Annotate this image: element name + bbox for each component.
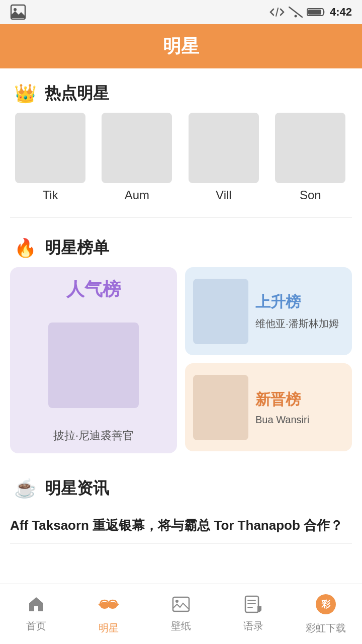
- home-icon: [27, 595, 45, 616]
- star-name-aum: Aum: [125, 188, 149, 202]
- star-avatar-tik: [15, 113, 85, 183]
- svg-line-9: [117, 604, 118, 605]
- app-header: 明星: [0, 24, 362, 68]
- popular-rank-card[interactable]: 人气榜 披拉·尼迪裘善官: [10, 267, 177, 453]
- nav-label-caihong: 彩虹下载: [306, 621, 346, 635]
- nav-item-wallpaper[interactable]: 壁纸: [145, 595, 217, 633]
- news-title-0: Aff Taksaorn 重返银幕，将与霸总 Tor Thanapob 合作？: [10, 518, 343, 533]
- coffee-icon: ☕: [14, 478, 37, 499]
- star-name-vill: Vill: [216, 188, 232, 202]
- hot-stars-title: 热点明星: [45, 83, 109, 105]
- page-title: 明星: [163, 34, 199, 59]
- rising-rank-info: 上升榜 维他亚·潘斯林加姆: [255, 292, 339, 331]
- quote-icon: [244, 595, 262, 616]
- nav-label-quote: 语录: [243, 619, 263, 633]
- star-item-aum[interactable]: Aum: [97, 113, 177, 202]
- status-time: 4:42: [330, 6, 352, 19]
- svg-line-2: [276, 8, 278, 16]
- star-name-tik: Tik: [42, 188, 58, 202]
- nav-item-quote[interactable]: 语录: [217, 595, 290, 633]
- star-nav-icon: [98, 593, 120, 618]
- new-rank-person: Bua Wansiri: [255, 414, 309, 426]
- caihong-icon: 彩: [315, 593, 337, 618]
- rank-card-large[interactable]: 人气榜 披拉·尼迪裘善官: [10, 267, 177, 453]
- star-item-son[interactable]: Son: [270, 113, 350, 202]
- svg-rect-5: [308, 10, 321, 15]
- wallpaper-icon: [172, 595, 190, 616]
- wifi-off-icon: [289, 7, 303, 18]
- svg-point-12: [175, 600, 178, 603]
- svg-rect-11: [173, 597, 189, 611]
- svg-text:彩: 彩: [321, 599, 331, 609]
- image-icon: [10, 4, 26, 20]
- nav-label-wallpaper: 壁纸: [171, 619, 191, 633]
- nav-label-home: 首页: [26, 619, 46, 633]
- new-rank-info: 新晋榜 Bua Wansiri: [255, 389, 309, 426]
- rising-rank-person: 维他亚·潘斯林加姆: [255, 316, 339, 331]
- hot-stars-section-header: 👑 热点明星: [0, 68, 362, 113]
- star-item-tik[interactable]: Tik: [10, 113, 90, 202]
- new-rank-card[interactable]: 新晋榜 Bua Wansiri: [185, 363, 352, 451]
- bottom-nav: 首页 明星 壁纸: [0, 584, 362, 644]
- rankings-title: 明星榜单: [45, 237, 109, 259]
- svg-line-8: [99, 604, 100, 605]
- new-rank-title: 新晋榜: [255, 389, 309, 410]
- battery-icon: [307, 7, 326, 17]
- status-right: 4:42: [269, 6, 352, 19]
- rising-rank-image: [193, 279, 248, 344]
- nav-label-star: 明星: [99, 621, 119, 635]
- popular-rank-image: [48, 323, 139, 408]
- main-content: 👑 热点明星 Tik Aum Vill Son 🔥 明星榜单 人气榜: [0, 68, 362, 614]
- nav-item-star[interactable]: 明星: [72, 593, 145, 635]
- popular-rank-title: 人气榜: [20, 277, 167, 302]
- news-section-title: 明星资讯: [45, 477, 109, 500]
- code-icon: [269, 7, 285, 17]
- news-list: Aff Taksaorn 重返银幕，将与霸总 Tor Thanapob 合作？: [0, 508, 362, 544]
- rising-rank-card[interactable]: 上升榜 维他亚·潘斯林加姆: [185, 267, 352, 355]
- rising-rank-title: 上升榜: [255, 292, 339, 312]
- crown-icon: 👑: [14, 83, 37, 104]
- svg-point-3: [294, 15, 297, 18]
- star-name-son: Son: [300, 188, 321, 202]
- nav-item-caihong[interactable]: 彩 彩虹下载: [290, 593, 362, 635]
- hot-stars-list[interactable]: Tik Aum Vill Son: [0, 113, 362, 212]
- fire-icon: 🔥: [14, 237, 37, 259]
- status-bar: 4:42: [0, 0, 362, 24]
- star-avatar-vill: [189, 113, 259, 183]
- news-section-header: ☕ 明星资讯: [0, 463, 362, 508]
- divider-1: [10, 217, 352, 218]
- star-item-vill[interactable]: Vill: [184, 113, 264, 202]
- rankings-section-header: 🔥 明星榜单: [0, 223, 362, 267]
- svg-point-1: [14, 8, 17, 11]
- star-avatar-aum: [102, 113, 172, 183]
- rankings-container: 人气榜 披拉·尼迪裘善官 上升榜 维他亚·潘斯林加姆 新晋榜 Bua Wansi: [0, 267, 362, 463]
- popular-rank-person: 披拉·尼迪裘善官: [20, 428, 167, 443]
- nav-item-home[interactable]: 首页: [0, 595, 72, 633]
- new-rank-image: [193, 375, 248, 440]
- status-left: [10, 4, 26, 20]
- rank-right-column: 上升榜 维他亚·潘斯林加姆 新晋榜 Bua Wansiri: [185, 267, 352, 453]
- star-avatar-son: [275, 113, 345, 183]
- news-item-0[interactable]: Aff Taksaorn 重返银幕，将与霸总 Tor Thanapob 合作？: [10, 508, 352, 544]
